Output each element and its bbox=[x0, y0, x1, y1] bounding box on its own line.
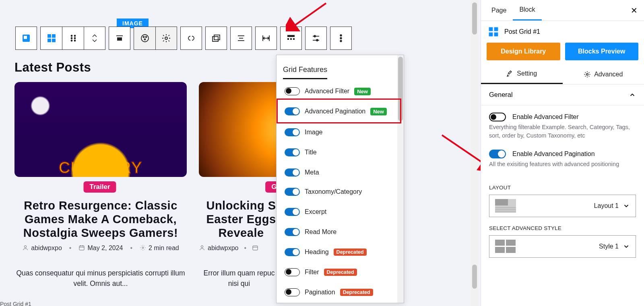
svg-rect-52 bbox=[494, 33, 498, 36]
feat-heading[interactable]: Heading Deprecated bbox=[285, 248, 367, 256]
toggle-on[interactable] bbox=[285, 168, 300, 177]
svg-point-43 bbox=[142, 247, 144, 248]
toggle-on[interactable] bbox=[285, 188, 300, 196]
tb-gear-icon[interactable] bbox=[155, 27, 177, 50]
style-select[interactable]: Style 1 bbox=[489, 235, 636, 258]
latest-posts-heading: Latest Posts bbox=[14, 60, 91, 75]
tab-advanced[interactable]: Advanced bbox=[563, 64, 644, 84]
svg-rect-30 bbox=[293, 38, 295, 40]
svg-point-37 bbox=[340, 40, 342, 42]
svg-point-9 bbox=[74, 38, 75, 39]
tb-block-type[interactable] bbox=[15, 27, 37, 50]
svg-rect-2 bbox=[48, 35, 51, 37]
svg-point-44 bbox=[201, 246, 203, 248]
tab-setting[interactable]: Setting bbox=[481, 64, 563, 84]
feat-read-more[interactable]: Read More bbox=[285, 228, 336, 236]
toggle-on[interactable] bbox=[285, 208, 300, 216]
feat-meta[interactable]: Meta bbox=[285, 168, 319, 177]
tb-link-icon[interactable] bbox=[180, 27, 202, 50]
svg-point-10 bbox=[71, 40, 72, 41]
feat-taxonomy[interactable]: Taxonomy/Category bbox=[285, 188, 362, 196]
svg-point-8 bbox=[71, 38, 72, 39]
design-library-button[interactable]: Design Library bbox=[487, 43, 560, 60]
section-general[interactable]: General bbox=[481, 84, 644, 105]
filter-description: Everything filterable Example. Search, C… bbox=[489, 123, 636, 140]
post-tag[interactable]: Trailer bbox=[83, 181, 116, 193]
tb-updown-icon[interactable] bbox=[84, 27, 105, 50]
tb-width-icon[interactable] bbox=[255, 27, 277, 50]
svg-line-48 bbox=[442, 135, 485, 164]
toggle-off[interactable] bbox=[285, 288, 300, 296]
post-thumbnail[interactable]: NIGHTCULINARY bbox=[14, 82, 187, 177]
post-meta: abidwpxpo May 2, 2024 2 min read bbox=[14, 244, 187, 252]
svg-point-14 bbox=[141, 35, 149, 42]
svg-rect-1 bbox=[24, 36, 27, 39]
feat-pagination[interactable]: Pagination Deprecated bbox=[285, 288, 373, 296]
toggle-on[interactable] bbox=[285, 248, 300, 256]
svg-rect-39 bbox=[79, 246, 84, 250]
toggle-on[interactable] bbox=[285, 128, 300, 136]
feat-title[interactable]: Title bbox=[285, 148, 317, 156]
popup-tab-grid-features[interactable]: Grid Features bbox=[283, 62, 327, 79]
svg-point-11 bbox=[74, 40, 75, 41]
svg-rect-45 bbox=[253, 246, 258, 250]
svg-rect-49 bbox=[489, 27, 493, 31]
svg-rect-28 bbox=[287, 38, 289, 40]
style-label: SELECT ADVANCED STYLE bbox=[489, 225, 636, 231]
tb-layers-icon[interactable] bbox=[205, 27, 227, 50]
tb-align-icon[interactable] bbox=[109, 27, 130, 50]
svg-point-6 bbox=[71, 35, 72, 37]
toggle-off[interactable] bbox=[285, 87, 300, 95]
post-excerpt: Quas consequatur qui minus perspiciatis … bbox=[14, 268, 187, 289]
svg-line-47 bbox=[293, 3, 326, 27]
tb-grid-icon[interactable] bbox=[40, 27, 62, 50]
feat-filter[interactable]: Filter Deprecated bbox=[285, 268, 357, 276]
footer-block-label: Post Grid #1 bbox=[0, 301, 31, 306]
svg-point-53 bbox=[586, 73, 588, 75]
blocks-preview-button[interactable]: Blocks Preview bbox=[565, 43, 639, 60]
block-title-row: Post Grid #1 bbox=[481, 21, 644, 43]
post-card[interactable]: NIGHTCULINARY bbox=[14, 82, 187, 177]
tab-block[interactable]: Block bbox=[513, 0, 541, 21]
badge-new: New bbox=[354, 88, 371, 95]
close-icon[interactable]: ✕ bbox=[628, 3, 640, 18]
svg-point-32 bbox=[314, 35, 316, 37]
toggle-off[interactable] bbox=[285, 268, 300, 276]
svg-rect-20 bbox=[214, 35, 220, 40]
svg-point-16 bbox=[145, 37, 147, 38]
badge-deprecated: Deprecated bbox=[324, 269, 357, 276]
toggle-on[interactable] bbox=[285, 148, 300, 156]
toggle-on[interactable] bbox=[285, 228, 300, 236]
feat-excerpt[interactable]: Excerpt bbox=[285, 208, 326, 216]
svg-point-7 bbox=[74, 35, 75, 37]
svg-rect-29 bbox=[290, 38, 292, 40]
svg-rect-51 bbox=[489, 33, 493, 36]
feat-advanced-filter[interactable]: Advanced Filter New bbox=[285, 87, 371, 95]
post-excerpt: Error illum quam repuc nisi qui bbox=[199, 268, 279, 289]
layout-select[interactable]: Layout 1 bbox=[489, 195, 636, 217]
style-preview-icon bbox=[495, 240, 516, 253]
tb-palette-icon[interactable] bbox=[134, 27, 155, 50]
grid-features-popup: Grid Features Advanced Filter New Advanc… bbox=[276, 55, 404, 303]
tab-page[interactable]: Page bbox=[485, 0, 513, 21]
enable-adv-pagination[interactable]: Enable Advanced Pagination bbox=[489, 150, 636, 158]
layout-preview-icon bbox=[495, 199, 516, 213]
author[interactable]: abidwpxpo bbox=[31, 244, 62, 251]
svg-point-18 bbox=[165, 37, 167, 39]
post-title[interactable]: Retro Resurgence: Classic Games Make A C… bbox=[14, 199, 187, 240]
popup-scrollbar[interactable] bbox=[397, 55, 404, 303]
badge-deprecated: Deprecated bbox=[340, 289, 373, 296]
tb-move-icon[interactable] bbox=[62, 27, 84, 50]
highlight-adv-pagination bbox=[277, 99, 401, 123]
block-name: Post Grid #1 bbox=[504, 28, 540, 35]
svg-rect-27 bbox=[287, 35, 295, 37]
post-title[interactable]: Unlocking S Easter Eggs Reveale bbox=[199, 199, 283, 240]
read-time: 2 min read bbox=[149, 244, 179, 251]
enable-adv-filter[interactable]: Enable Advanced Filter bbox=[489, 113, 636, 121]
feat-image[interactable]: Image bbox=[285, 128, 322, 136]
tb-center-icon[interactable] bbox=[230, 27, 252, 50]
pagination-description: All the exisiting features with advanced… bbox=[489, 160, 636, 168]
svg-point-35 bbox=[340, 35, 342, 36]
author[interactable]: abidwpxpo bbox=[208, 244, 239, 251]
chevron-down-icon bbox=[623, 243, 630, 250]
